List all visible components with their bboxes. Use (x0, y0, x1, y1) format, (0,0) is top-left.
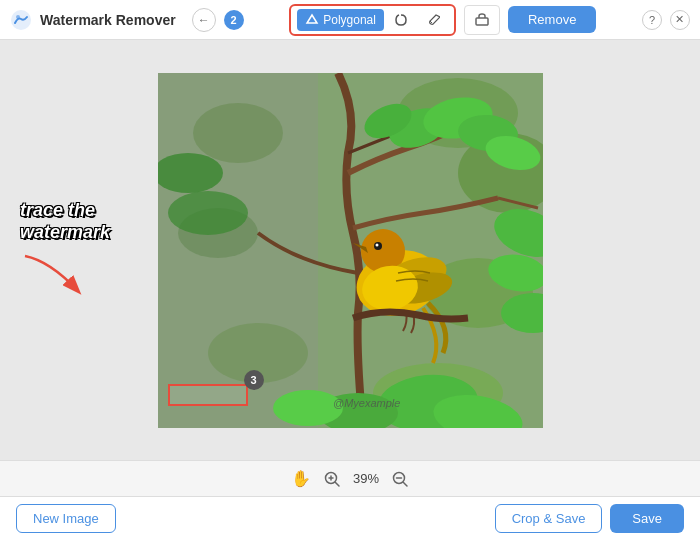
watermark-selection-box (168, 384, 248, 406)
svg-text:@Myexample: @Myexample (333, 397, 400, 409)
lasso-icon (394, 13, 408, 27)
svg-rect-14 (158, 73, 318, 428)
status-bar: ✋ 39% (0, 460, 700, 496)
toolbar: Polygonal Remove (289, 4, 596, 36)
eraser-button[interactable] (464, 5, 500, 35)
app-title: Watermark Remover (40, 12, 176, 28)
save-button[interactable]: Save (610, 504, 684, 533)
nav-buttons: ← (192, 8, 216, 32)
svg-point-28 (168, 191, 248, 235)
zoom-out-icon[interactable] (391, 470, 409, 488)
polygonal-icon (305, 13, 319, 27)
bird-scene: @Myexample (158, 73, 543, 428)
zoom-level: 39% (353, 471, 379, 486)
annotation-text: trace the watermark (20, 200, 110, 243)
image-container: @Myexample 3 (158, 73, 543, 428)
eraser-icon (473, 11, 491, 29)
annotation: trace the watermark (20, 200, 110, 305)
hand-tool-icon[interactable]: ✋ (291, 469, 311, 488)
tool-group: Polygonal (289, 4, 456, 36)
step3-badge: 3 (244, 370, 264, 390)
crop-save-button[interactable]: Crop & Save (495, 504, 603, 533)
help-button[interactable]: ? (642, 10, 662, 30)
brush-tool-button[interactable] (418, 9, 448, 31)
step2-badge: 2 (224, 10, 244, 30)
zoom-in-icon[interactable] (323, 470, 341, 488)
app-icon (10, 9, 32, 31)
svg-point-32 (375, 243, 378, 246)
bottom-right-buttons: Crop & Save Save (495, 504, 684, 533)
new-image-button[interactable]: New Image (16, 504, 116, 533)
brush-icon (426, 13, 440, 27)
svg-rect-3 (476, 18, 488, 25)
annotation-arrow (20, 251, 110, 305)
svg-marker-2 (307, 15, 317, 23)
title-left: Watermark Remover ← 2 (10, 8, 244, 32)
close-button[interactable]: ✕ (670, 10, 690, 30)
bottom-bar: New Image Crop & Save Save (0, 496, 700, 533)
svg-point-1 (16, 15, 20, 19)
lasso-tool-button[interactable] (386, 9, 416, 31)
nav-back-button[interactable]: ← (192, 8, 216, 32)
polygonal-tool-button[interactable]: Polygonal (297, 9, 384, 31)
remove-button[interactable]: Remove (508, 6, 596, 33)
title-bar: Watermark Remover ← 2 Polygonal (0, 0, 700, 40)
window-controls: ? ✕ (642, 10, 690, 30)
canvas-area: trace the watermark (0, 40, 700, 460)
